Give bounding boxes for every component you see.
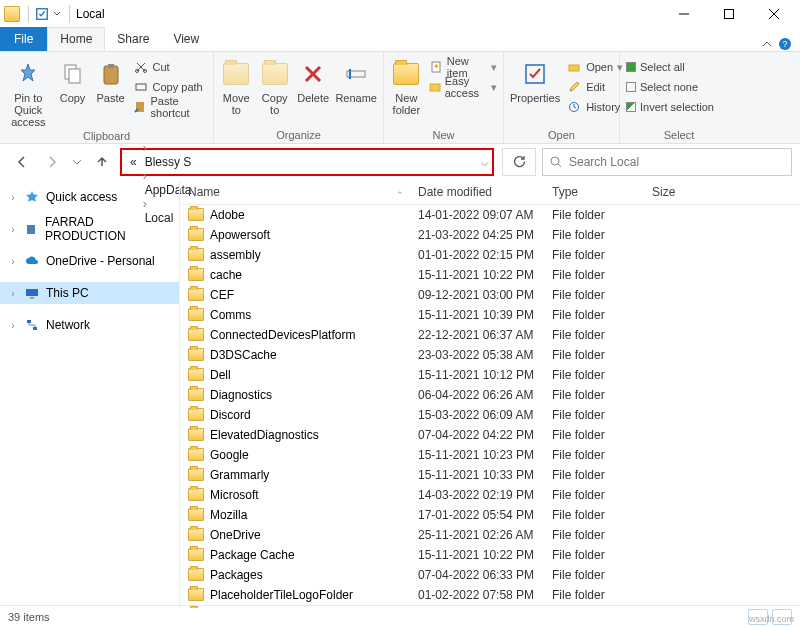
select-none-button[interactable]: Select none [626, 78, 732, 96]
list-item[interactable]: Microsoft14-03-2022 02:19 PMFile folder [180, 485, 800, 505]
paste-shortcut-button[interactable]: Paste shortcut [133, 98, 207, 116]
list-item[interactable]: Package Cache15-11-2021 10:22 PMFile fol… [180, 545, 800, 565]
sort-indicator-icon: ⌃ [396, 190, 404, 200]
maximize-button[interactable] [706, 0, 751, 28]
list-item[interactable]: Apowersoft21-03-2022 04:25 PMFile folder [180, 225, 800, 245]
sidebar-item-onedrive[interactable]: › OneDrive - Personal [0, 250, 179, 272]
cut-icon [133, 59, 149, 75]
forward-button[interactable] [40, 150, 64, 174]
select-all-button[interactable]: Select all [626, 58, 732, 76]
qat-properties-icon[interactable] [35, 7, 49, 21]
list-item[interactable]: Google15-11-2021 10:23 PMFile folder [180, 445, 800, 465]
file-name: Diagnostics [210, 388, 272, 402]
rename-button[interactable]: Rename [335, 56, 377, 116]
minimize-button[interactable] [661, 0, 706, 28]
list-item[interactable]: ConnectedDevicesPlatform22-12-2021 06:37… [180, 325, 800, 345]
open-label: Open [510, 127, 613, 141]
refresh-button[interactable] [502, 148, 536, 176]
tab-file[interactable]: File [0, 27, 47, 51]
move-to-button[interactable]: Move to [220, 56, 252, 116]
history-button[interactable]: History [566, 98, 623, 116]
recent-dropdown-button[interactable] [70, 150, 84, 174]
folder-icon [188, 508, 204, 521]
file-type: File folder [544, 548, 644, 562]
sidebar-item-this-pc[interactable]: › This PC [0, 282, 179, 304]
list-item[interactable]: Grammarly15-11-2021 10:33 PMFile folder [180, 465, 800, 485]
list-item[interactable]: Comms15-11-2021 10:39 PMFile folder [180, 305, 800, 325]
chevron-right-icon[interactable]: › [8, 192, 18, 203]
close-button[interactable] [751, 0, 796, 28]
svg-rect-5 [69, 69, 80, 83]
sidebar-item-farrad[interactable]: › FARRAD PRODUCTION [0, 218, 179, 240]
properties-button[interactable]: Properties [510, 56, 560, 116]
file-name: Grammarly [210, 468, 269, 482]
list-item[interactable]: CEF09-12-2021 03:00 PMFile folder [180, 285, 800, 305]
up-button[interactable] [90, 150, 114, 174]
file-name: cache [210, 268, 242, 282]
folder-icon [188, 528, 204, 541]
help-icon[interactable]: ? [778, 37, 792, 51]
list-item[interactable]: Diagnostics06-04-2022 06:26 AMFile folde… [180, 385, 800, 405]
copy-path-button[interactable]: Copy path [133, 78, 207, 96]
file-name: CEF [210, 288, 234, 302]
qat-dropdown-icon[interactable] [53, 7, 61, 21]
copy-to-button[interactable]: Copy to [258, 56, 290, 116]
invert-selection-button[interactable]: Invert selection [626, 98, 732, 116]
open-button[interactable]: Open▾ [566, 58, 623, 76]
cut-button[interactable]: Cut [133, 58, 207, 76]
chevron-right-icon[interactable]: › [8, 256, 18, 267]
new-folder-button[interactable]: New folder [390, 56, 423, 116]
list-item[interactable]: Discord15-03-2022 06:09 AMFile folder [180, 405, 800, 425]
column-size[interactable]: Size [644, 185, 724, 199]
sidebar-item-label: Quick access [46, 190, 117, 204]
list-item[interactable]: Dell15-11-2021 10:12 PMFile folder [180, 365, 800, 385]
list-item[interactable]: ElevatedDiagnostics07-04-2022 04:22 PMFi… [180, 425, 800, 445]
pin-to-quick-access-button[interactable]: Pin to Quick access [6, 56, 51, 128]
search-input[interactable]: Search Local [542, 148, 792, 176]
sidebar-item-network[interactable]: › Network [0, 314, 179, 336]
list-item[interactable]: Packages07-04-2022 06:33 PMFile folder [180, 565, 800, 585]
paste-button[interactable]: Paste [95, 56, 127, 128]
chevron-right-icon[interactable]: › [8, 224, 18, 235]
sidebar-item-quick-access[interactable]: › Quick access [0, 186, 179, 208]
copy-icon [57, 58, 89, 90]
search-icon [549, 155, 563, 169]
tab-home[interactable]: Home [47, 27, 105, 51]
edit-button[interactable]: Edit [566, 78, 623, 96]
breadcrumb-overflow[interactable]: « [126, 155, 141, 169]
window-title: Local [76, 7, 105, 21]
new-item-button[interactable]: ✦New item▾ [429, 58, 497, 76]
back-button[interactable] [10, 150, 34, 174]
column-date-modified[interactable]: Date modified [410, 185, 544, 199]
easy-access-button[interactable]: Easy access▾ [429, 78, 497, 96]
column-name[interactable]: Name⌃ [180, 185, 410, 199]
file-name: assembly [210, 248, 261, 262]
file-date: 15-11-2021 10:33 PM [410, 468, 544, 482]
ribbon-collapse-icon[interactable] [762, 39, 772, 49]
file-name: Adobe [210, 208, 245, 222]
svg-text:?: ? [782, 39, 787, 49]
select-label: Select [626, 127, 732, 141]
address-dropdown-icon[interactable]: ⌵ [481, 155, 488, 169]
file-date: 23-03-2022 05:38 AM [410, 348, 544, 362]
breadcrumb[interactable]: Blessy S [141, 155, 196, 169]
chevron-right-icon[interactable]: › [8, 288, 18, 299]
list-item[interactable]: cache15-11-2021 10:22 PMFile folder [180, 265, 800, 285]
file-type: File folder [544, 468, 644, 482]
list-item[interactable]: Adobe14-01-2022 09:07 AMFile folder [180, 205, 800, 225]
svg-rect-21 [27, 225, 35, 234]
list-item[interactable]: assembly01-01-2022 02:15 PMFile folder [180, 245, 800, 265]
list-item[interactable]: OneDrive25-11-2021 02:26 AMFile folder [180, 525, 800, 545]
chevron-right-icon[interactable]: › [8, 320, 18, 331]
list-item[interactable]: D3DSCache23-03-2022 05:38 AMFile folder [180, 345, 800, 365]
tab-share[interactable]: Share [105, 27, 161, 51]
copy-button[interactable]: Copy [57, 56, 89, 128]
file-date: 25-11-2021 02:26 AM [410, 528, 544, 542]
list-item[interactable]: Mozilla17-01-2022 05:54 PMFile folder [180, 505, 800, 525]
list-item[interactable]: PlaceholderTileLogoFolder01-02-2022 07:5… [180, 585, 800, 605]
column-type[interactable]: Type [544, 185, 644, 199]
tab-view[interactable]: View [161, 27, 211, 51]
delete-button[interactable]: Delete [297, 56, 329, 116]
address-bar[interactable]: « OS (C:)›Users›Blessy S›AppData›Local ⌵ [120, 148, 494, 176]
file-name: Google [210, 448, 249, 462]
